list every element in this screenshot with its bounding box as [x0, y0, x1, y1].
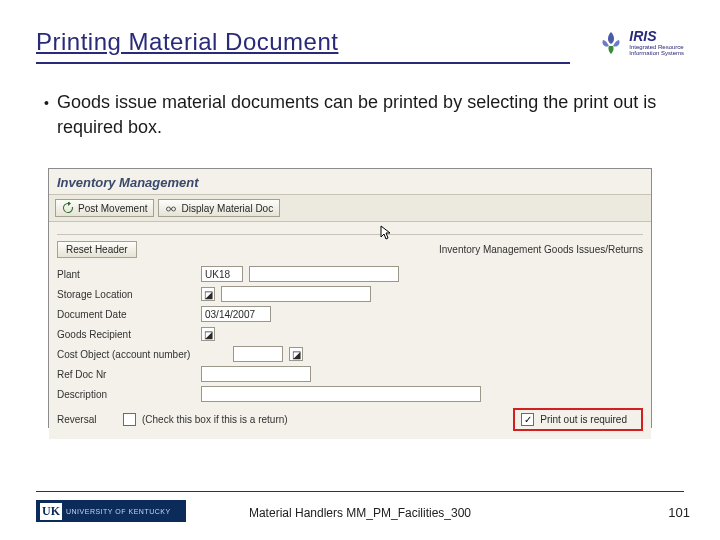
row-plant: Plant UK18 [57, 264, 643, 284]
app-toolbar: Post Movement Display Material Doc [49, 194, 651, 222]
svg-point-1 [172, 207, 176, 211]
refdoc-input[interactable] [201, 366, 311, 382]
app-title: Inventory Management [49, 169, 651, 194]
refresh-icon [62, 202, 74, 214]
header: Printing Material Document IRIS Integrat… [36, 28, 684, 56]
footer-center: Material Handlers MM_PM_Facilities_300 [0, 506, 720, 520]
storage-input[interactable] [221, 286, 371, 302]
page-title: Printing Material Document [36, 28, 338, 56]
storage-picker[interactable]: ◪ [201, 287, 215, 301]
docdate-input[interactable]: 03/14/2007 [201, 306, 271, 322]
page-number: 101 [668, 505, 690, 520]
iris-flower-icon [597, 30, 625, 54]
recipient-label: Goods Recipient [57, 329, 195, 340]
iris-logo: IRIS Integrated Resource Information Sys… [597, 28, 684, 56]
printout-checkbox[interactable]: ✓ [521, 413, 534, 426]
printout-highlight: ✓ Print out is required [513, 408, 643, 431]
plant-value: UK18 [205, 269, 230, 280]
logo-sub2: Information Systems [629, 50, 684, 56]
reversal-checkbox[interactable] [123, 413, 136, 426]
costobject-label: Cost Object (account number) [57, 349, 227, 360]
slide: Printing Material Document IRIS Integrat… [0, 0, 720, 540]
description-input[interactable] [201, 386, 481, 402]
printout-label: Print out is required [540, 414, 627, 425]
logo-text: IRIS [629, 28, 684, 44]
description-label: Description [57, 389, 195, 400]
app-body: Reset Header Inventory Management Goods … [49, 222, 651, 439]
svg-point-0 [167, 207, 171, 211]
reversal-label: Reversal [57, 414, 117, 425]
separator [57, 234, 643, 235]
reversal-hint: (Check this box if this is a return) [142, 414, 288, 425]
post-movement-label: Post Movement [78, 203, 147, 214]
glasses-icon [165, 202, 177, 214]
reversal-group: Reversal (Check this box if this is a re… [57, 413, 288, 426]
plant-label: Plant [57, 269, 195, 280]
display-material-label: Display Material Doc [181, 203, 273, 214]
header-rule [36, 62, 570, 64]
row-refdoc: Ref Doc Nr [57, 364, 643, 384]
row-description: Description [57, 384, 643, 404]
body-topline: Reset Header Inventory Management Goods … [57, 239, 643, 264]
reset-header-label: Reset Header [66, 244, 128, 255]
refdoc-label: Ref Doc Nr [57, 369, 195, 380]
storage-label: Storage Location [57, 289, 195, 300]
plant-desc-input[interactable] [249, 266, 399, 282]
app-screenshot: Inventory Management Post Movement Displ… [48, 168, 652, 428]
recipient-picker[interactable]: ◪ [201, 327, 215, 341]
row-docdate: Document Date 03/14/2007 [57, 304, 643, 324]
bullet-text: Goods issue material documents can be pr… [57, 90, 660, 140]
reset-header-button[interactable]: Reset Header [57, 241, 137, 258]
costobject-input[interactable] [233, 346, 283, 362]
mode-title: Inventory Management Goods Issues/Return… [439, 244, 643, 255]
row-bottom: Reversal (Check this box if this is a re… [57, 408, 643, 431]
bullet-dot: • [44, 90, 49, 140]
costobject-picker[interactable]: ◪ [289, 347, 303, 361]
display-material-button[interactable]: Display Material Doc [158, 199, 280, 217]
docdate-value: 03/14/2007 [205, 309, 255, 320]
footer-rule [36, 491, 684, 492]
plant-input[interactable]: UK18 [201, 266, 243, 282]
row-storage: Storage Location ◪ [57, 284, 643, 304]
row-recipient: Goods Recipient ◪ [57, 324, 643, 344]
row-costobject: Cost Object (account number) ◪ [57, 344, 643, 364]
cursor-icon [379, 225, 395, 241]
docdate-label: Document Date [57, 309, 195, 320]
post-movement-button[interactable]: Post Movement [55, 199, 154, 217]
bullet-item: • Goods issue material documents can be … [44, 90, 660, 140]
